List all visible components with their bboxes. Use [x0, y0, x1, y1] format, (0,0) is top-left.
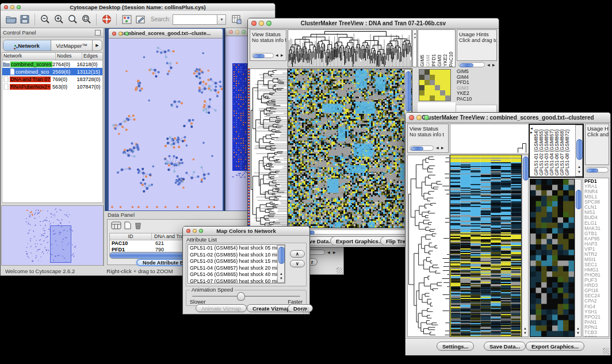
- close-icon[interactable]: [229, 30, 233, 34]
- annotation-icon[interactable]: [133, 13, 147, 26]
- animate-vizmap-button[interactable]: Animate Vizmap: [196, 304, 247, 312]
- matrix-cell[interactable]: [445, 90, 450, 95]
- minimize-icon[interactable]: [235, 30, 239, 34]
- export-graphics-button[interactable]: Export Graphics...: [526, 342, 584, 351]
- scroll-right-icon[interactable]: ▶: [492, 63, 495, 67]
- matrix-cell[interactable]: [435, 95, 440, 101]
- table-grid-icon[interactable]: [111, 221, 121, 232]
- float-panel-icon[interactable]: [95, 30, 101, 36]
- treeview2-titlebar[interactable]: ClusterMaker TreeView : combined_scores_…: [406, 113, 610, 123]
- matrix-cell[interactable]: [440, 70, 445, 75]
- matrix-cell[interactable]: [430, 70, 435, 75]
- save-data-button[interactable]: Save Data...: [484, 342, 526, 351]
- network-canvas-1[interactable]: [109, 39, 223, 210]
- zoom-in-icon[interactable]: [52, 13, 66, 26]
- matrix-cell[interactable]: [445, 80, 450, 85]
- tv2-column-dendrogram[interactable]: [450, 124, 530, 154]
- matrix-cell[interactable]: [419, 95, 424, 101]
- settings-button[interactable]: Settings...: [437, 342, 474, 351]
- minimize-icon[interactable]: [10, 5, 14, 9]
- tv2-status-hscrollbar[interactable]: [410, 145, 434, 151]
- minimize-icon[interactable]: [193, 229, 197, 233]
- network-row[interactable]: combined_scores 2764(0) 16218(0): [2, 60, 102, 68]
- col-header-nodes[interactable]: Nodes: [56, 53, 82, 60]
- matrix-cell[interactable]: [424, 95, 430, 101]
- data-col-id[interactable]: ID: [110, 233, 152, 240]
- attribute-list-item[interactable]: GPL51-03 (GSM856) heat shock 15 min: [188, 258, 285, 265]
- save-icon[interactable]: [18, 13, 32, 26]
- close-icon[interactable]: [251, 21, 257, 26]
- network-view-window-1[interactable]: combined_scores_good.txt--cluste...: [108, 28, 224, 211]
- tv2-collabel-vscrollbar[interactable]: ▲ ▼: [575, 125, 583, 177]
- scroll-left-icon[interactable]: ◀: [436, 145, 439, 150]
- matrix-cell[interactable]: [435, 80, 440, 85]
- network-grid-icon[interactable]: [120, 13, 133, 26]
- attribute-list-item[interactable]: GPL51-04 (GSM857) heat shock 20 min: [188, 265, 285, 272]
- dialog-titlebar[interactable]: Map Colors to Network: [183, 227, 309, 236]
- matrix-cell[interactable]: [430, 80, 435, 85]
- matrix-cell[interactable]: [445, 70, 450, 75]
- zoom-window-icon[interactable]: [424, 115, 429, 120]
- zoom-window-icon[interactable]: [242, 30, 246, 34]
- scroll-left-icon[interactable]: ◀: [276, 53, 278, 58]
- matrix-cell[interactable]: [445, 75, 450, 80]
- matrix-cell[interactable]: [419, 80, 424, 85]
- resize-grip[interactable]: [603, 348, 609, 354]
- matrix-cell[interactable]: [445, 95, 450, 101]
- main-titlebar[interactable]: Cytoscape Desktop (Session Name: collins…: [1, 3, 275, 12]
- scroll-right-icon[interactable]: ▶: [281, 53, 284, 58]
- zoom-window-icon[interactable]: [17, 5, 21, 9]
- move-up-button[interactable]: ∧: [290, 250, 305, 258]
- matrix-cell[interactable]: [440, 80, 445, 85]
- attribute-table-icon[interactable]: [230, 13, 243, 26]
- matrix-cell[interactable]: [430, 90, 435, 95]
- network-row[interactable]: RNAPuberNov2+ 563(0) 107847(0): [2, 83, 102, 90]
- minimize-icon[interactable]: [416, 115, 422, 120]
- scroll-left-icon[interactable]: ◀: [327, 250, 330, 255]
- matrix-cell[interactable]: [440, 95, 445, 101]
- matrix-cell[interactable]: [440, 90, 445, 95]
- tv1-heatmap[interactable]: [288, 68, 412, 228]
- matrix-cell[interactable]: [435, 70, 440, 75]
- zoom-selected-icon[interactable]: [66, 13, 79, 26]
- matrix-cell[interactable]: [424, 70, 430, 75]
- done-button[interactable]: Done: [288, 304, 313, 312]
- attribute-list-item[interactable]: GPL51-06 (GSM865) heat shock 40 min: [188, 271, 285, 278]
- col-header-network[interactable]: Network: [2, 53, 56, 60]
- matrix-cell[interactable]: [419, 70, 424, 75]
- tv2-column-labels-panel[interactable]: ◀ ▶ GPL51-01 (GSM854)GPL51-02 (GSM855)GP…: [529, 124, 584, 178]
- matrix-cell[interactable]: [430, 85, 435, 90]
- matrix-cell[interactable]: [435, 85, 440, 90]
- attribute-list-item[interactable]: GPL51-01 (GSM854) heat shock 05 min: [188, 245, 285, 252]
- close-icon[interactable]: [186, 229, 190, 233]
- zoom-out-icon[interactable]: [38, 13, 52, 26]
- matrix-cell[interactable]: [430, 95, 435, 101]
- tv1-splitter-strip[interactable]: ▲ ▼: [412, 29, 417, 67]
- new-attribute-icon[interactable]: [124, 221, 132, 232]
- tv1-status-hscrollbar[interactable]: [252, 53, 274, 58]
- tv1-column-dendrogram[interactable]: [288, 29, 412, 67]
- tv1-zoom-matrix[interactable]: [419, 69, 451, 101]
- open-file-icon[interactable]: [4, 13, 18, 26]
- attribute-list-vscrollbar[interactable]: ▲ ▼: [277, 245, 285, 283]
- matrix-cell[interactable]: [424, 80, 430, 85]
- scroll-right-icon[interactable]: ▶: [333, 250, 336, 255]
- network-row-selected[interactable]: combined_sco 2569(6) 13112(15): [2, 68, 102, 75]
- col-header-edges[interactable]: Edges: [82, 53, 102, 60]
- animation-slider-thumb[interactable]: [237, 292, 245, 301]
- matrix-cell[interactable]: [419, 85, 424, 90]
- minimize-icon[interactable]: [259, 21, 264, 26]
- tv2-heatmap-vscrollbar[interactable]: ▲ ▼: [522, 155, 529, 337]
- tv2-usage-hscrollbar[interactable]: [586, 167, 609, 173]
- network-row[interactable]: DNA and Tran 07 769(0) 183728(0): [2, 75, 102, 83]
- delete-attribute-icon[interactable]: [134, 221, 142, 232]
- matrix-cell[interactable]: [435, 75, 440, 80]
- animation-slider-track[interactable]: [192, 296, 300, 297]
- zoom-window-icon[interactable]: [125, 32, 129, 36]
- matrix-cell[interactable]: [424, 85, 430, 90]
- zoom-window-icon[interactable]: [266, 21, 271, 26]
- tv2-row-dendrogram[interactable]: [407, 155, 450, 337]
- matrix-cell[interactable]: [440, 85, 445, 90]
- resize-grip[interactable]: [303, 307, 309, 313]
- attribute-list-item[interactable]: GPL51-02 (GSM855) heat shock 10 min: [188, 252, 285, 259]
